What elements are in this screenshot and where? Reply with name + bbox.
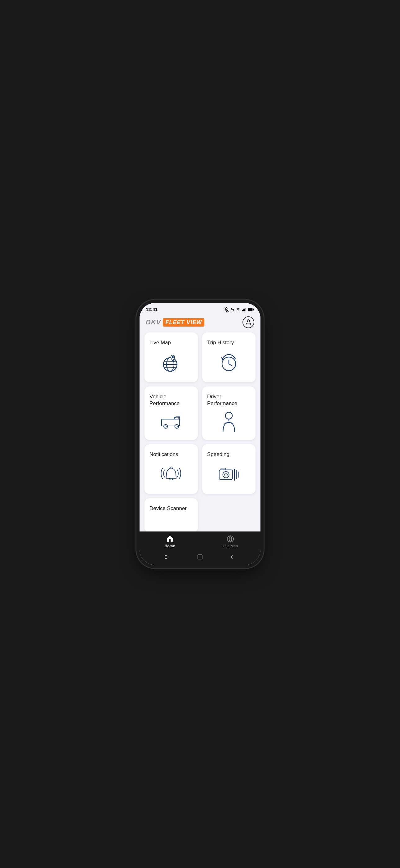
status-icons	[225, 307, 254, 312]
trip-history-title: Trip History	[207, 339, 234, 346]
app-header: DKV FLEET VIEW	[139, 314, 261, 333]
globe-pin-icon	[160, 352, 182, 374]
status-time: 12:41	[146, 307, 158, 312]
driver-icon	[218, 411, 240, 433]
svg-rect-8	[245, 308, 245, 311]
svg-rect-10	[249, 308, 253, 311]
notifications-title: Notifications	[149, 451, 178, 458]
logo-container: DKV FLEET VIEW	[146, 318, 204, 327]
menu-grid: Live Map	[144, 333, 256, 531]
speeding-icon-area	[207, 462, 251, 487]
logo-fleetview: FLEET VIEW	[163, 318, 204, 327]
svg-rect-3	[231, 309, 234, 311]
svg-rect-5	[242, 310, 243, 311]
svg-point-21	[175, 425, 178, 428]
logo-dkv: DKV	[146, 318, 161, 326]
svg-point-11	[247, 320, 249, 322]
live-map-icon-area	[149, 350, 193, 375]
vehicle-performance-title: Vehicle Performance	[149, 393, 179, 407]
svg-point-17	[172, 356, 174, 358]
wifi-icon	[236, 308, 241, 311]
live-map-title: Live Map	[149, 339, 171, 346]
driver-performance-icon-area	[207, 411, 251, 433]
phone-frame: 12:41	[139, 303, 261, 565]
svg-point-28	[223, 471, 229, 478]
android-home-btn[interactable]	[195, 554, 205, 561]
notifications-icon-area	[149, 462, 193, 487]
vehicle-performance-icon-area	[149, 411, 193, 433]
status-bar: 12:41	[139, 303, 261, 314]
driver-performance-card[interactable]: Driver Performance	[202, 386, 256, 440]
home-nav-icon	[166, 535, 174, 542]
nav-home-label: Home	[165, 544, 175, 548]
signal-icon	[242, 308, 246, 311]
speeding-title: Speeding	[207, 451, 229, 458]
nav-livemap-label: Live Map	[223, 544, 238, 548]
battery-icon	[248, 308, 254, 311]
lock-icon	[230, 307, 234, 312]
bottom-nav: Home Live Map	[139, 531, 261, 551]
trip-history-card[interactable]: Trip History	[202, 333, 256, 382]
svg-point-29	[225, 473, 227, 476]
history-icon	[218, 352, 240, 374]
vehicle-performance-card[interactable]: Vehicle Performance	[144, 386, 198, 440]
notifications-card[interactable]: Notifications	[144, 444, 198, 494]
android-recents-btn[interactable]	[163, 555, 173, 560]
svg-point-4	[238, 310, 238, 311]
globe-nav-icon	[227, 535, 234, 542]
svg-rect-6	[243, 309, 244, 311]
svg-point-25	[226, 412, 232, 419]
nav-livemap[interactable]: Live Map	[200, 531, 261, 551]
main-content: Live Map	[139, 333, 261, 531]
mute-icon	[225, 307, 229, 312]
van-icon	[160, 411, 182, 433]
profile-icon[interactable]	[242, 316, 254, 328]
nav-home[interactable]: Home	[139, 531, 200, 551]
driver-performance-title: Driver Performance	[207, 393, 237, 407]
speed-camera-icon	[218, 464, 240, 486]
svg-rect-39	[198, 555, 202, 559]
device-scanner-title: Device Scanner	[149, 505, 187, 512]
trip-history-icon-area	[207, 350, 251, 375]
device-scanner-card[interactable]: Device Scanner	[144, 498, 198, 531]
bell-waves-icon	[160, 464, 182, 486]
android-nav	[139, 551, 261, 565]
svg-point-23	[164, 425, 167, 428]
live-map-card[interactable]: Live Map	[144, 333, 198, 382]
android-back-btn[interactable]	[227, 555, 237, 560]
svg-rect-7	[244, 309, 245, 311]
speeding-card[interactable]: Speeding	[202, 444, 256, 494]
